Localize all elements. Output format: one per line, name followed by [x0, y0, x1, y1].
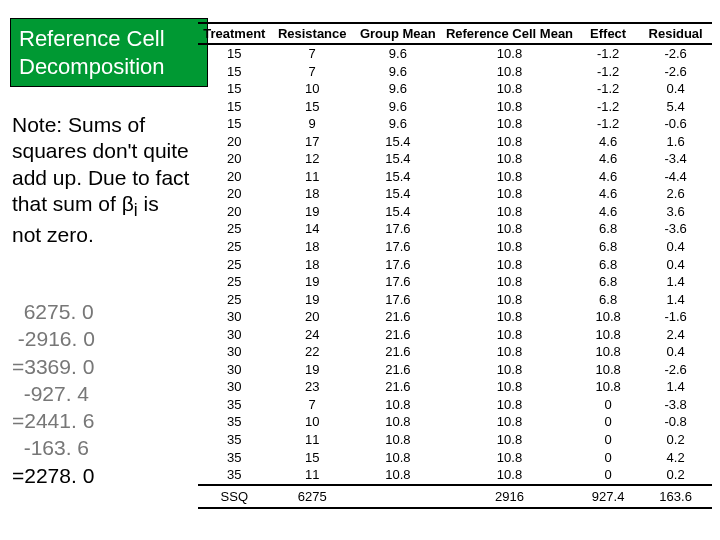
table-cell: 30	[198, 343, 271, 361]
table-cell: 1.4	[639, 273, 712, 291]
table-row: 302321.610.810.81.4	[198, 378, 712, 396]
table-cell: 17.6	[354, 238, 442, 256]
table-row: 302421.610.810.82.4	[198, 326, 712, 344]
table-row: 251817.610.86.80.4	[198, 238, 712, 256]
calc-line-5: =2441. 6	[12, 409, 94, 432]
table-row: 1599.610.8-1.2-0.6	[198, 115, 712, 133]
table-cell: 9.6	[354, 80, 442, 98]
table-cell: 17.6	[354, 220, 442, 238]
calc-line-3: =3369. 0	[12, 355, 94, 378]
table-cell: 20	[198, 168, 271, 186]
table-cell: 15.4	[354, 133, 442, 151]
table-cell: 21.6	[354, 343, 442, 361]
table-cell: 19	[271, 291, 354, 309]
table-cell: 0.2	[639, 466, 712, 485]
table-cell: -3.8	[639, 396, 712, 414]
table-cell: 17.6	[354, 256, 442, 274]
table-cell: -3.4	[639, 150, 712, 168]
table-cell: 18	[271, 256, 354, 274]
table-cell: 0.2	[639, 431, 712, 449]
table-cell: -1.2	[577, 115, 639, 133]
table-cell: -0.6	[639, 115, 712, 133]
footer-ss-effect: 927.4	[577, 485, 639, 509]
table-cell: 0.4	[639, 80, 712, 98]
table-cell: 1.4	[639, 291, 712, 309]
table-row: 302021.610.810.8-1.6	[198, 308, 712, 326]
table-cell: 19	[271, 273, 354, 291]
header-treatment: Treatment	[198, 23, 271, 44]
table-row: 15109.610.8-1.20.4	[198, 80, 712, 98]
table-cell: 14	[271, 220, 354, 238]
table-cell: 10.8	[442, 80, 577, 98]
table-cell: 10.8	[442, 361, 577, 379]
table-cell: 35	[198, 413, 271, 431]
calc-line-6: -163. 6	[12, 436, 89, 459]
table-cell: 10.8	[577, 343, 639, 361]
table-cell: 10.8	[442, 343, 577, 361]
table-cell: 4.6	[577, 133, 639, 151]
table-cell: 15	[198, 44, 271, 63]
header-effect: Effect	[577, 23, 639, 44]
table-cell: 6.8	[577, 256, 639, 274]
table-cell: 10.8	[442, 238, 577, 256]
table-row: 15159.610.8-1.25.4	[198, 98, 712, 116]
table-cell: 4.6	[577, 150, 639, 168]
table-cell: 15	[198, 80, 271, 98]
table-row: 1579.610.8-1.2-2.6	[198, 44, 712, 63]
table-cell: 0	[577, 449, 639, 467]
table-cell: 18	[271, 185, 354, 203]
table-cell: -0.8	[639, 413, 712, 431]
table-cell: 10.8	[577, 326, 639, 344]
table-cell: 10.8	[442, 256, 577, 274]
table-cell: 30	[198, 361, 271, 379]
table-row: 251917.610.86.81.4	[198, 291, 712, 309]
table-cell: 10.8	[442, 185, 577, 203]
table-cell: 18	[271, 238, 354, 256]
data-table-container: Treatment Resistance Group Mean Referenc…	[198, 22, 712, 509]
table-cell: -3.6	[639, 220, 712, 238]
table-cell: 11	[271, 168, 354, 186]
table-cell: 7	[271, 396, 354, 414]
table-cell: 6.8	[577, 220, 639, 238]
table-cell: 25	[198, 238, 271, 256]
table-cell: 10.8	[442, 449, 577, 467]
table-cell: 15	[271, 449, 354, 467]
table-cell: 23	[271, 378, 354, 396]
calc-line-1: 6275. 0	[12, 300, 94, 323]
table-cell: 12	[271, 150, 354, 168]
table-row: 201815.410.84.62.6	[198, 185, 712, 203]
table-cell: -2.6	[639, 361, 712, 379]
table-row: 251817.610.86.80.4	[198, 256, 712, 274]
table-cell: 10.8	[442, 308, 577, 326]
table-cell: 0	[577, 413, 639, 431]
table-cell: 21.6	[354, 378, 442, 396]
table-cell: 1.6	[639, 133, 712, 151]
table-row: 351010.810.80-0.8	[198, 413, 712, 431]
title-line-2: Decomposition	[19, 54, 165, 79]
table-row: 35710.810.80-3.8	[198, 396, 712, 414]
table-cell: 30	[198, 308, 271, 326]
table-cell: 10.8	[442, 291, 577, 309]
table-cell: 9	[271, 115, 354, 133]
footer-ss-residual: 163.6	[639, 485, 712, 509]
table-cell: 10.8	[442, 220, 577, 238]
table-row: 351110.810.800.2	[198, 431, 712, 449]
table-cell: 35	[198, 449, 271, 467]
table-cell: 30	[198, 378, 271, 396]
table-cell: 10.8	[442, 378, 577, 396]
table-cell: 15.4	[354, 150, 442, 168]
table-cell: 10.8	[442, 203, 577, 221]
table-cell: 21.6	[354, 326, 442, 344]
table-cell: 20	[198, 133, 271, 151]
table-cell: 9.6	[354, 98, 442, 116]
table-cell: 10.8	[442, 273, 577, 291]
footer-ssq-label: SSQ	[198, 485, 271, 509]
table-row: 201115.410.84.6-4.4	[198, 168, 712, 186]
table-cell: 9.6	[354, 63, 442, 81]
table-row: 201715.410.84.61.6	[198, 133, 712, 151]
title-line-1: Reference Cell	[19, 26, 165, 51]
table-row: 302221.610.810.80.4	[198, 343, 712, 361]
table-cell: 10.8	[354, 431, 442, 449]
table-cell: 10.8	[442, 396, 577, 414]
table-cell: 17.6	[354, 273, 442, 291]
